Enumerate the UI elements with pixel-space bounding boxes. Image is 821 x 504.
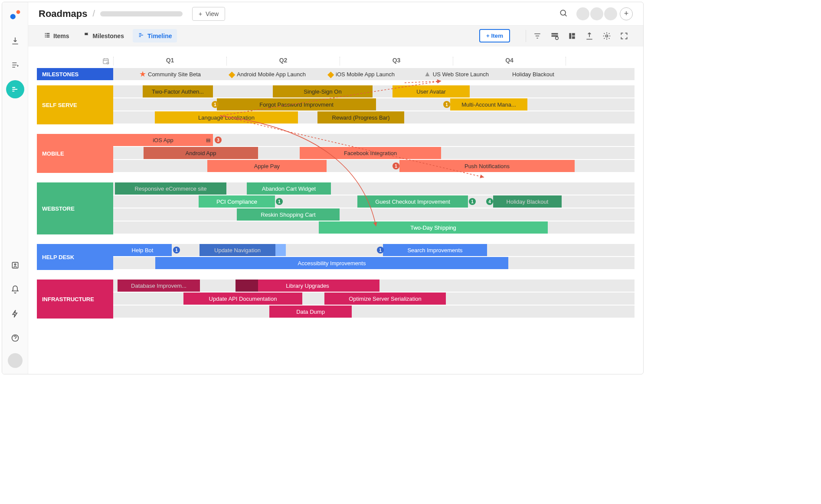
quarter-q1: Q1 [113, 57, 226, 65]
add-item-button[interactable]: + Item [479, 29, 510, 42]
bar-two-day-shipping: Two-Day Shipping [319, 221, 548, 234]
export-icon[interactable] [581, 27, 598, 45]
svg-rect-6 [45, 33, 46, 34]
milestone-android[interactable]: ◆Android Mobile App Launch [229, 71, 306, 78]
dep-badge[interactable]: 4 [486, 198, 493, 205]
current-user-avatar[interactable] [8, 353, 23, 368]
lane-infrastructure[interactable]: INFRASTRUCTURE [37, 280, 113, 319]
bar-push-notifications[interactable]: Push Notifications [399, 160, 575, 172]
filter-icon[interactable] [529, 27, 546, 45]
bar-database[interactable]: Database Improvem... [118, 280, 200, 292]
svg-rect-10 [45, 36, 46, 37]
svg-rect-19 [103, 59, 108, 64]
milestone-holiday[interactable]: Holiday Blackout [510, 71, 554, 78]
svg-point-5 [560, 10, 566, 15]
nav-automation-icon[interactable] [6, 305, 24, 323]
nav-notifications-icon[interactable] [6, 280, 24, 299]
quarter-q4: Q4 [453, 57, 566, 65]
bar-avatar[interactable]: User Avatar [393, 85, 470, 98]
bar-reward[interactable]: Reward (Progress Bar) [317, 111, 404, 124]
bar-update-nav-tail[interactable] [275, 244, 286, 256]
roadmap-name-placeholder[interactable] [100, 11, 183, 16]
dep-badge[interactable]: 1 [377, 247, 384, 254]
svg-rect-16 [572, 33, 575, 36]
svg-point-18 [606, 35, 608, 37]
bar-android-app[interactable]: Android App [144, 147, 258, 159]
svg-rect-9 [46, 35, 49, 36]
layout-icon[interactable] [563, 27, 581, 45]
quarter-q2: Q2 [226, 57, 340, 65]
bar-search-improvements[interactable]: Search Improvements [383, 244, 487, 256]
bar-data-dump[interactable]: Data Dump [269, 306, 352, 318]
bar-accessibility[interactable]: Accessibility Improvements [155, 257, 508, 269]
dep-badge[interactable]: 1 [212, 101, 219, 108]
tab-milestones[interactable]: Milestones [78, 29, 129, 42]
svg-point-0 [10, 14, 15, 19]
milestone-usweb[interactable]: ▲US Web Store Launch [424, 70, 489, 78]
bar-apple-pay[interactable]: Apple Pay [207, 160, 327, 172]
svg-rect-12 [552, 33, 558, 34]
svg-point-3 [14, 264, 16, 265]
fullscreen-icon[interactable] [615, 27, 633, 45]
svg-rect-17 [572, 36, 575, 39]
bar-helpbot[interactable]: Help Bot [113, 244, 172, 256]
bar-two-factor[interactable]: Two-Factor Authen... [143, 85, 213, 98]
bar-pci[interactable]: PCI Compliance [199, 195, 275, 208]
dep-badge[interactable]: 1 [393, 163, 399, 169]
bar-abandon-cart[interactable]: Abandon Cart Widget [247, 182, 331, 195]
page-title: Roadmaps [39, 8, 87, 20]
link-settings-icon[interactable] [546, 27, 563, 45]
svg-point-20 [107, 62, 109, 64]
svg-point-14 [556, 36, 559, 39]
tab-timeline[interactable]: Timeline [133, 29, 177, 42]
bar-api-docs[interactable]: Update API Documentation [183, 293, 302, 305]
nav-contacts-icon[interactable] [6, 256, 24, 274]
settings-icon[interactable] [598, 27, 615, 45]
svg-point-1 [16, 10, 20, 14]
bar-guest-checkout[interactable]: Guest Checkout Improvement [357, 195, 468, 208]
bar-responsive-ecomm[interactable]: Responsive eCommerce site [115, 182, 226, 195]
breadcrumb-separator: / [92, 9, 95, 19]
bar-multi-acct[interactable]: Multi-Account Mana... [450, 98, 527, 111]
tab-items[interactable]: Items [39, 29, 75, 42]
lane-self-serve[interactable]: SELF SERVE [37, 85, 113, 124]
lane-mobile[interactable]: MOBILE [37, 134, 113, 173]
nav-help-icon[interactable] [6, 329, 24, 347]
bar-holiday-blackout[interactable]: Holiday Blackout [493, 195, 562, 208]
bar-sso[interactable]: Single-Sign On [273, 85, 373, 98]
calendar-settings-icon[interactable] [102, 57, 110, 65]
add-view-button[interactable]: + View [192, 7, 225, 21]
bar-update-nav[interactable]: Update Navigation [200, 244, 275, 256]
bar-forgot-pw[interactable]: Forgot Password Improvment [217, 98, 376, 111]
bar-reskin-cart[interactable]: Reskin Shopping Cart [237, 208, 340, 221]
lane-webstore[interactable]: WEBSTORE [37, 182, 113, 234]
bar-ios-app[interactable]: iOS App ▤ [113, 134, 213, 146]
dep-badge[interactable]: 1 [173, 247, 180, 254]
dep-badge[interactable]: 1 [276, 198, 283, 205]
dep-badge[interactable]: 1 [443, 101, 450, 108]
milestone-community[interactable]: ★Community Site Beta [139, 69, 201, 79]
dep-badge[interactable]: 3 [215, 137, 222, 143]
svg-rect-11 [46, 36, 49, 37]
lane-helpdesk[interactable]: HELP DESK [37, 244, 113, 270]
logo [9, 8, 21, 20]
dep-badge[interactable]: 1 [469, 198, 476, 205]
bar-library-head[interactable] [236, 280, 258, 292]
search-icon[interactable] [559, 9, 568, 19]
nav-backlog-icon[interactable] [6, 56, 24, 74]
quarter-q3: Q3 [340, 57, 453, 65]
nav-import-icon[interactable] [6, 32, 24, 50]
svg-rect-15 [569, 33, 571, 39]
bar-lang[interactable]: Language Localization [155, 111, 298, 124]
bar-optimize[interactable]: Optimize Server Serialization [324, 293, 446, 305]
svg-rect-7 [46, 33, 49, 34]
milestone-ios[interactable]: ◆iOS Mobile App Launch [327, 71, 395, 78]
collaborator-avatars[interactable] [576, 7, 617, 20]
lane-milestones[interactable]: MILESTONES [37, 68, 113, 80]
bar-facebook[interactable]: Facebook Integration [300, 147, 441, 159]
svg-rect-8 [45, 35, 46, 36]
add-collaborator-button[interactable]: + [620, 7, 633, 20]
nav-timeline-icon[interactable] [6, 80, 24, 98]
